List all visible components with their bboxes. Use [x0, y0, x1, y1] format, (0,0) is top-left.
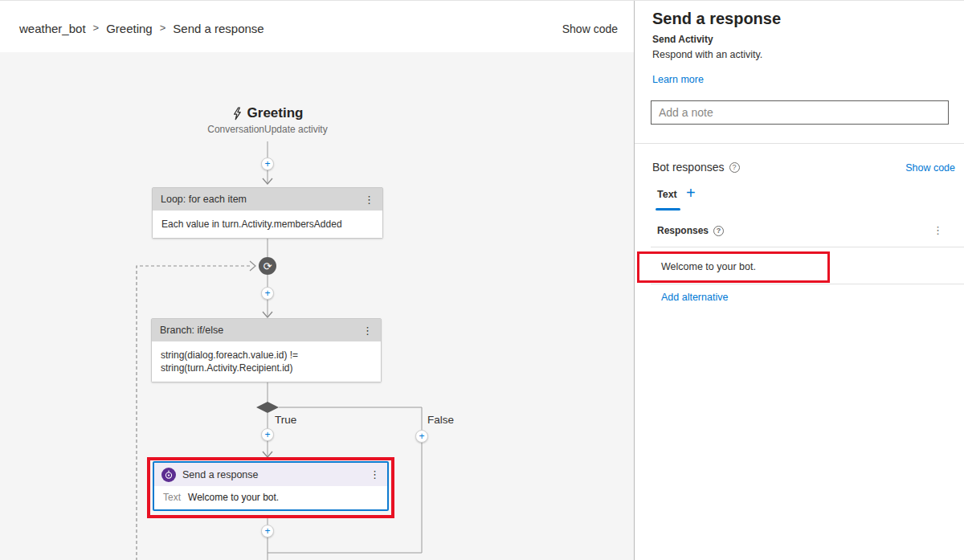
- breadcrumb-item-bot[interactable]: weather_bot: [19, 22, 86, 35]
- responses-text: Responses: [657, 225, 709, 236]
- help-icon[interactable]: ?: [729, 162, 740, 173]
- plus-icon: +: [264, 288, 270, 298]
- help-icon[interactable]: ?: [713, 226, 724, 236]
- add-alternative-link[interactable]: Add alternative: [661, 292, 728, 303]
- send-node-field-value: Welcome to your bot.: [188, 492, 279, 503]
- panel-subtitle: Send Activity: [652, 34, 713, 45]
- add-tab-icon[interactable]: +: [686, 184, 696, 202]
- add-action-button[interactable]: +: [261, 157, 274, 170]
- app-window: weather_bot > Greeting > Send a response…: [0, 0, 964, 560]
- note-input[interactable]: [651, 100, 949, 125]
- learn-more-link[interactable]: Learn more: [652, 74, 704, 85]
- divider: [635, 143, 964, 144]
- responses-label: Responses ?: [657, 225, 724, 236]
- false-branch-label: False: [427, 414, 454, 426]
- show-code-button[interactable]: Show code: [562, 22, 618, 35]
- branch-node[interactable]: Branch: if/else ⋮ string(dialog.foreach.…: [151, 318, 382, 382]
- tab-text[interactable]: Text: [657, 189, 677, 200]
- bot-framework-icon: [161, 468, 176, 482]
- panel-description: Respond with an activity.: [652, 49, 762, 60]
- plus-icon: +: [419, 431, 424, 441]
- trigger-subtitle: ConversationUpdate activity: [152, 124, 383, 135]
- branch-condition-line1: string(dialog.foreach.value.id) !=: [161, 349, 372, 362]
- add-action-button[interactable]: +: [261, 287, 274, 300]
- plus-icon: +: [264, 159, 270, 169]
- send-response-node[interactable]: Send a response ⋮ Text Welcome to your b…: [153, 461, 389, 511]
- send-node-title: Send a response: [182, 469, 259, 480]
- loop-node[interactable]: Loop: for each item ⋮ Each value in turn…: [152, 187, 383, 239]
- flow-canvas[interactable]: Greeting ConversationUpdate activity + +…: [0, 52, 634, 560]
- loop-node-menu-icon[interactable]: ⋮: [364, 194, 374, 206]
- property-panel: Send a response Send Activity Respond wi…: [634, 1, 964, 560]
- bot-responses-text: Bot responses: [652, 161, 725, 174]
- breadcrumb: weather_bot > Greeting > Send a response: [19, 22, 264, 35]
- branch-condition-line2: string(turn.Activity.Recipient.id): [161, 362, 372, 374]
- lightning-icon: [232, 107, 242, 121]
- sync-icon: ⟳: [263, 260, 272, 272]
- breadcrumb-item-action[interactable]: Send a response: [173, 22, 263, 35]
- branch-node-menu-icon[interactable]: ⋮: [362, 325, 373, 337]
- editor-topbar: weather_bot > Greeting > Send a response…: [0, 1, 634, 52]
- response-value[interactable]: Welcome to your bot.: [661, 261, 756, 272]
- plus-icon: +: [264, 430, 270, 439]
- add-action-false-button[interactable]: +: [415, 430, 428, 443]
- true-branch-label: True: [275, 414, 296, 426]
- loop-node-title: Loop: for each item: [161, 194, 247, 205]
- breadcrumb-item-trigger[interactable]: Greeting: [106, 22, 153, 35]
- trigger-node[interactable]: Greeting ConversationUpdate activity: [152, 105, 383, 135]
- branch-node-title: Branch: if/else: [160, 325, 223, 336]
- divider: [651, 284, 964, 284]
- add-action-true-button[interactable]: +: [261, 428, 274, 441]
- flow-editor: weather_bot > Greeting > Send a response…: [0, 1, 634, 560]
- divider: [651, 247, 964, 247]
- add-action-button[interactable]: +: [261, 525, 274, 538]
- responses-menu-icon[interactable]: ⋮: [933, 224, 943, 236]
- panel-title: Send a response: [652, 10, 781, 28]
- trigger-title: Greeting: [247, 105, 304, 121]
- bot-responses-label: Bot responses ?: [652, 161, 740, 174]
- loop-node-body: Each value in turn.Activity.membersAdded: [153, 211, 382, 238]
- loop-icon[interactable]: ⟳: [259, 257, 276, 275]
- send-node-field-label: Text: [163, 492, 181, 503]
- show-code-link[interactable]: Show code: [905, 162, 955, 174]
- plus-icon: +: [264, 526, 270, 536]
- tab-active-underline: [656, 208, 680, 211]
- breadcrumb-separator: >: [93, 22, 100, 34]
- send-node-menu-icon[interactable]: ⋮: [370, 468, 380, 480]
- breadcrumb-separator: >: [160, 22, 166, 34]
